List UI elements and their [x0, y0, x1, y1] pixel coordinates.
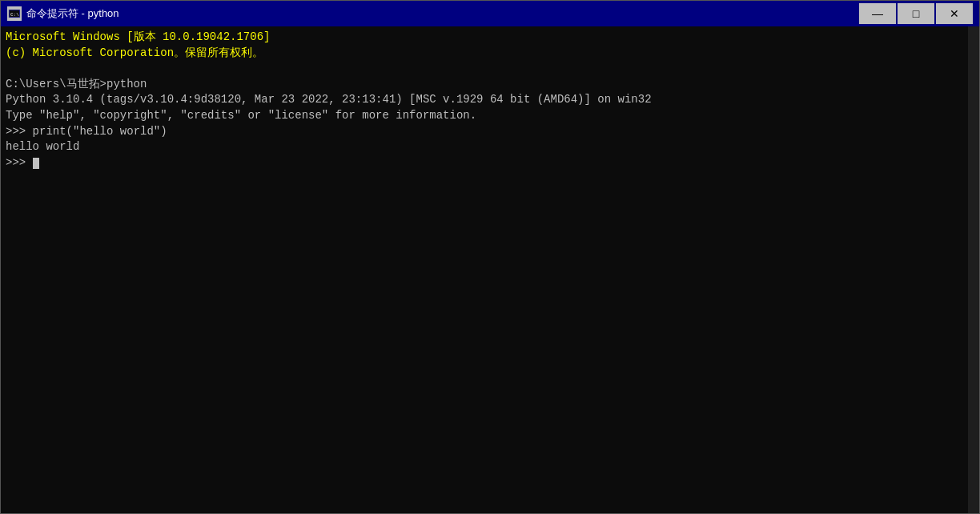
- output-line: hello world: [6, 139, 963, 155]
- close-button[interactable]: ✕: [936, 3, 973, 24]
- scrollbar[interactable]: [968, 26, 979, 513]
- windows-version-line: Microsoft Windows [版本 10.0.19042.1706]: [6, 30, 963, 46]
- terminal-body[interactable]: Microsoft Windows [版本 10.0.19042.1706] (…: [1, 26, 968, 513]
- copyright-line: (c) Microsoft Corporation。保留所有权利。: [6, 46, 963, 62]
- svg-text:C:\: C:\: [10, 12, 19, 18]
- blank-line-1: [6, 61, 963, 77]
- title-bar: C:\ 命令提示符 - python — □ ✕: [1, 1, 979, 26]
- window-title: 命令提示符 - python: [26, 6, 859, 21]
- cursor: [33, 158, 39, 169]
- window-controls: — □ ✕: [859, 3, 973, 24]
- next-prompt-line: >>>: [6, 155, 963, 171]
- window-icon: C:\: [7, 6, 22, 21]
- maximize-button[interactable]: □: [898, 3, 934, 24]
- print-cmd-line: >>> print("hello world"): [6, 124, 963, 140]
- minimize-button[interactable]: —: [859, 3, 896, 24]
- python-version-line: Python 3.10.4 (tags/v3.10.4:9d38120, Mar…: [6, 92, 963, 108]
- type-help-line: Type "help", "copyright", "credits" or "…: [6, 108, 963, 124]
- cmd-window: C:\ 命令提示符 - python — □ ✕ Microsoft Windo…: [0, 0, 980, 514]
- prompt-line: C:\Users\马世拓>python: [6, 77, 963, 93]
